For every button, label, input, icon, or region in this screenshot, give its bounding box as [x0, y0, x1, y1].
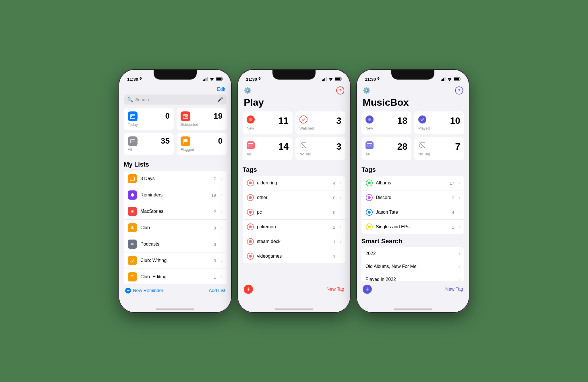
podcast-icon — [130, 242, 135, 246]
gear-icon-blue[interactable]: ⚙️ — [363, 87, 370, 94]
chevron-icon: › — [221, 176, 223, 181]
tag-item-steam-deck[interactable]: steam deck 1 › — [243, 234, 345, 249]
watched-count: 3 — [336, 115, 341, 126]
gear-icon-red[interactable]: ⚙️ — [244, 87, 252, 94]
question-circle-red[interactable]: ? — [336, 86, 344, 94]
play-title: Play — [238, 96, 350, 111]
tag-dot-singles-eps — [365, 223, 373, 231]
musicbox-title: MusicBox — [357, 96, 469, 111]
tag-item-elden-ring[interactable]: elden ring 4 › — [243, 176, 345, 190]
tag-count-jason-tate: 4 — [452, 210, 454, 215]
status-icons-1 — [203, 77, 223, 81]
edit-button[interactable]: Edit — [217, 86, 225, 92]
svg-point-56 — [368, 118, 371, 121]
list-item-club-editing[interactable]: Club: Editing 1 › — [124, 269, 227, 284]
phone-reminders: 11:30 Edit 🔍 Search 🎤 — [119, 70, 231, 312]
watched-icon — [299, 115, 307, 124]
all-count-play: 14 — [278, 141, 289, 152]
list-icon-club — [128, 223, 137, 232]
wifi-icon — [210, 77, 214, 81]
smart-card-all[interactable]: 35 All — [124, 133, 174, 155]
smart-search-2022[interactable]: 2022 › — [361, 247, 464, 260]
question-circle-blue[interactable]: ? — [455, 86, 463, 94]
list-item-macstories[interactable]: MacStories 2 › — [124, 203, 227, 220]
smart-card-scheduled[interactable]: 19 Scheduled — [177, 108, 227, 130]
tag-slash-icon — [300, 142, 307, 149]
mb-stat-new[interactable]: 18 New — [361, 111, 411, 134]
tag-count-other: 0 — [333, 195, 335, 200]
smart-search-old-albums[interactable]: Old Albums, New For Me › — [361, 260, 464, 273]
smart-search-played-2022[interactable]: Played in 2022 › — [361, 273, 464, 281]
play-scroll[interactable]: ⚙️ ? Play 11 New — [238, 84, 350, 281]
list-count-club-editing: 1 — [214, 275, 216, 279]
new-tag-button-blue[interactable]: New Tag — [445, 287, 463, 292]
notag-icon — [299, 141, 307, 149]
list-item-club-writing[interactable]: Club: Writing 3 › — [124, 252, 227, 269]
svg-rect-34 — [131, 277, 134, 277]
list-item-3days[interactable]: 3 Days 7 › — [124, 171, 227, 187]
list-name-club-writing: Club: Writing — [140, 258, 210, 263]
list-count-club: 8 — [214, 225, 216, 230]
svg-point-47 — [249, 118, 252, 121]
all-play-icon — [247, 141, 255, 149]
all-icon — [128, 136, 138, 146]
svg-rect-3 — [207, 77, 208, 81]
wifi-icon-3 — [447, 77, 452, 81]
scheduled-icon — [181, 111, 190, 121]
add-list-button[interactable]: Add List — [209, 288, 225, 293]
chevron-2022: › — [459, 251, 460, 256]
musicbox-scroll[interactable]: ⚙️ ? MusicBox 18 New — [357, 84, 469, 281]
tag-slash-blue-icon — [419, 142, 426, 149]
location-icon — [139, 77, 142, 81]
chevron-played-2022: › — [459, 277, 460, 281]
tag-item-pokemon[interactable]: pokemon 2 › — [243, 220, 345, 234]
add-button-red[interactable]: + — [244, 285, 253, 294]
list-item-reminders[interactable]: Reminders 19 › — [124, 187, 227, 203]
tag-count-albums: 17 — [450, 181, 454, 186]
tag-item-jason-tate[interactable]: Jason Tate 4 › — [361, 205, 464, 220]
smart-card-today[interactable]: 0 Today — [124, 108, 174, 130]
mb-stat-played[interactable]: 10 Played — [414, 111, 464, 134]
notch — [154, 70, 197, 80]
tag-dot-videogames — [247, 252, 254, 260]
new-reminder-button[interactable]: New Reminder — [125, 288, 163, 294]
reminders-scroll[interactable]: Edit 🔍 Search 🎤 — [119, 84, 231, 284]
list-item-podcasts[interactable]: Podcasts 6 › — [124, 236, 227, 252]
notag-label: No Tag — [299, 152, 341, 156]
tag-name-other: other — [257, 195, 330, 200]
mb-stat-notag[interactable]: 7 No Tag — [414, 137, 464, 160]
smart-search-section: Smart Search 2022 › Old Albums, New For … — [357, 236, 469, 281]
tag-item-pc[interactable]: pc 0 › — [243, 205, 345, 220]
tag-dot-steam-deck — [247, 238, 254, 245]
checkmark-blue-icon — [420, 117, 425, 122]
svg-rect-0 — [203, 80, 204, 81]
stat-card-watched[interactable]: 3 Watched — [295, 111, 345, 134]
mb-new-label: New — [365, 126, 407, 130]
svg-rect-11 — [131, 116, 132, 117]
mb-stat-all[interactable]: 28 All — [361, 137, 411, 160]
tag-item-videogames[interactable]: videogames 1 › — [243, 249, 345, 263]
stat-card-new[interactable]: 11 New — [243, 111, 293, 134]
search-bar[interactable]: 🔍 Search 🎤 — [124, 94, 227, 105]
stat-card-all-play[interactable]: 14 All — [243, 137, 293, 160]
tag-item-albums[interactable]: Albums 17 › — [361, 176, 464, 190]
circle-blue-inner — [367, 117, 372, 122]
tag-item-other[interactable]: other 0 › — [243, 190, 345, 205]
editing-icon — [130, 275, 135, 279]
tag-count-videogames: 1 — [333, 254, 335, 259]
flagged-count: 0 — [218, 136, 223, 146]
play-stats-grid: 11 New 3 Watched — [238, 111, 350, 165]
list-count-podcasts: 6 — [214, 242, 216, 247]
tag-name-discord: Discord — [376, 195, 449, 200]
svg-line-32 — [131, 259, 132, 261]
new-tag-button[interactable]: New Tag — [326, 287, 344, 292]
tag-name-albums: Albums — [376, 180, 447, 186]
stat-card-notag[interactable]: 3 No Tag — [295, 137, 345, 160]
list-item-club[interactable]: Club 8 › — [124, 220, 227, 236]
musicbox-tags-section: Tags Albums 17 › — [357, 165, 469, 236]
add-button-blue[interactable]: + — [363, 285, 372, 294]
tag-item-singles-eps[interactable]: Singles and EPs 1 › — [361, 220, 464, 234]
tag-item-discord[interactable]: Discord 2 › — [361, 190, 464, 205]
scheduled-label: Scheduled — [181, 122, 223, 127]
smart-card-flagged[interactable]: 0 Flagged — [177, 133, 227, 155]
